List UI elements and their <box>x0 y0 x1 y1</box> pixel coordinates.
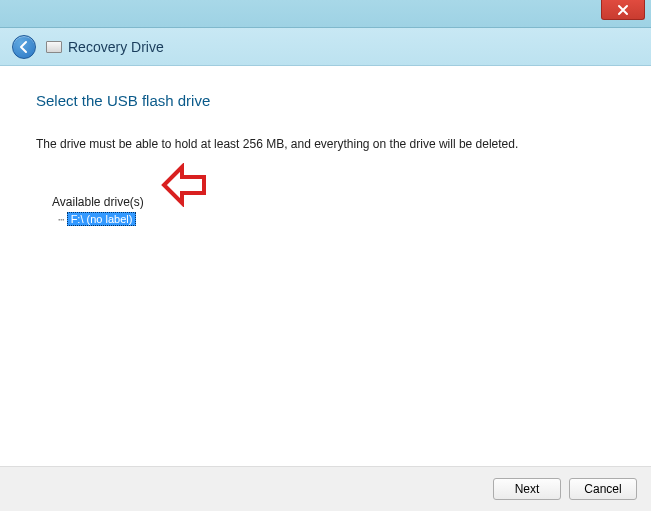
window-title: Recovery Drive <box>68 39 164 55</box>
available-drives-label: Available drive(s) <box>52 195 615 209</box>
wizard-footer: Next Cancel <box>0 466 651 511</box>
back-arrow-icon <box>17 40 31 54</box>
drive-icon <box>46 41 62 53</box>
wizard-header: Recovery Drive <box>0 28 651 66</box>
next-button[interactable]: Next <box>493 478 561 500</box>
tree-row: ⋯ F:\ (no label) <box>58 212 615 226</box>
close-button[interactable] <box>601 0 645 20</box>
page-heading: Select the USB flash drive <box>36 92 615 109</box>
back-button[interactable] <box>12 35 36 59</box>
drive-item[interactable]: F:\ (no label) <box>67 212 137 226</box>
close-icon <box>617 4 629 16</box>
instruction-text: The drive must be able to hold at least … <box>36 137 615 151</box>
tree-connector-icon: ⋯ <box>58 213 65 226</box>
wizard-content: Select the USB flash drive The drive mus… <box>0 66 651 466</box>
cancel-button[interactable]: Cancel <box>569 478 637 500</box>
window-titlebar <box>0 0 651 28</box>
